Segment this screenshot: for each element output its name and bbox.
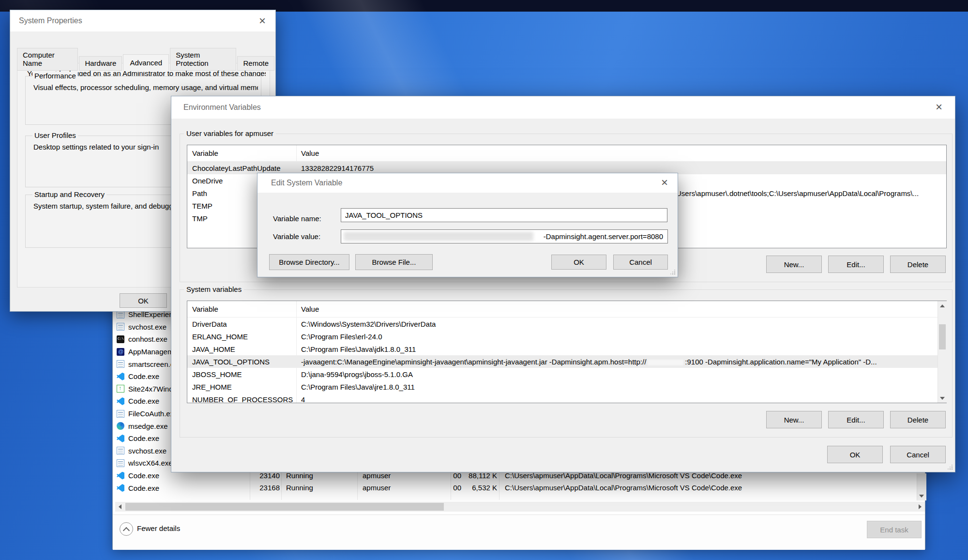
value-cell: 4: [296, 395, 946, 404]
system-table-scrollbar[interactable]: [938, 301, 947, 403]
cancel-button[interactable]: Cancel: [890, 446, 946, 463]
process-name: smartscreen.e: [128, 360, 174, 368]
table-row[interactable]: DriverDataC:\Windows\System32\Drivers\Dr…: [187, 318, 946, 330]
table-row[interactable]: JRE_HOMEC:\Program Files\Java\jre1.8.0_3…: [187, 380, 946, 393]
fewer-details-toggle[interactable]: Fewer details: [137, 524, 180, 532]
tab-advanced[interactable]: Advanced: [123, 54, 169, 71]
desktop: ShellExperiencsvchost.execonhost.exeAppM…: [0, 0, 968, 560]
process-detail-row[interactable]: 23168Runningapmuser006,532 KC:\Users\apm…: [113, 482, 925, 494]
process-mem: 6,532 K: [464, 484, 497, 492]
edit-button[interactable]: Edit...: [828, 411, 884, 428]
ok-button[interactable]: OK: [120, 293, 167, 308]
console-icon: [117, 335, 124, 343]
process-cpu: 00: [446, 471, 461, 480]
system-variables-label: System variables: [184, 285, 244, 293]
tab-remote[interactable]: Remote: [237, 56, 274, 71]
ok-button[interactable]: OK: [551, 255, 606, 270]
redacted-host: [648, 360, 683, 365]
chevron-up-circle-icon[interactable]: [120, 522, 133, 536]
cancel-button[interactable]: Cancel: [613, 255, 668, 270]
variable-cell: JRE_HOME: [187, 383, 296, 391]
scroll-down-icon[interactable]: [938, 394, 947, 403]
close-icon[interactable]: ×: [661, 178, 668, 187]
edit-system-variable-dialog: Edit System Variable × Variable name: JA…: [257, 173, 678, 277]
window-title: Environment Variables: [183, 103, 261, 112]
value-column-header[interactable]: Value: [296, 149, 946, 157]
tab-computer-name[interactable]: Computer Name: [17, 48, 78, 71]
user-variables-buttons: New...Edit...Delete: [766, 256, 946, 273]
value-cell: C:\Program Files\erl-24.0: [296, 333, 946, 341]
process-name: svchost.exe: [128, 447, 166, 455]
process-name: wlsvcX64.exe: [128, 459, 173, 467]
group-description: Visual effects, processor scheduling, me…: [33, 83, 258, 91]
horizontal-scrollbar-thumb[interactable]: [125, 503, 444, 511]
task-manager-footer: Fewer details End task: [113, 515, 925, 550]
process-status: Running: [286, 484, 313, 492]
table-row[interactable]: JBOSS_HOMED:\jana-9594\progs\jboss-5.1.0…: [187, 368, 946, 380]
scroll-up-icon[interactable]: [938, 301, 947, 310]
process-name: msedge.exe: [128, 422, 168, 430]
value-column-header[interactable]: Value: [296, 305, 946, 313]
scrollbar-thumb[interactable]: [939, 324, 946, 349]
process-status: Running: [286, 471, 313, 480]
process-name: AppManageme: [128, 348, 178, 356]
title-bar[interactable]: System Properties: [10, 10, 275, 31]
new-button[interactable]: New...: [766, 256, 822, 273]
variable-column-header[interactable]: Variable: [187, 149, 296, 157]
delete-button[interactable]: Delete: [890, 411, 946, 428]
system-variables-table[interactable]: VariableValueDriverDataC:\Windows\System…: [187, 301, 947, 403]
variable-cell: NUMBER_OF_PROCESSORS: [187, 395, 296, 404]
dialog-title: Edit System Variable: [271, 179, 342, 187]
variable-cell: ERLANG_HOME: [187, 333, 296, 341]
new-button[interactable]: New...: [766, 411, 822, 428]
column-separator: [296, 301, 297, 403]
scroll-right-icon[interactable]: [915, 502, 925, 512]
value-cell: -javaagent:C:\ManageEngine\apminsight-ja…: [296, 358, 946, 366]
variable-name-label: Variable name:: [273, 214, 321, 223]
title-bar[interactable]: Environment Variables: [171, 96, 955, 119]
process-name: FileCoAuth.ex: [128, 409, 174, 418]
table-header[interactable]: VariableValue: [187, 145, 946, 162]
end-task-button[interactable]: End task: [867, 521, 922, 538]
scroll-down-icon[interactable]: [917, 491, 926, 500]
process-name: svchost.exe: [128, 323, 166, 331]
close-icon[interactable]: ×: [259, 16, 266, 26]
vertical-scrollbar[interactable]: [917, 473, 926, 500]
tab-system-protection[interactable]: System Protection: [170, 48, 236, 71]
process-user: apmuser: [363, 471, 391, 480]
process-cpu: 00: [446, 484, 461, 492]
process-name: Code.exe: [128, 372, 159, 380]
redacted-value-blur: [344, 232, 533, 241]
system-variables-buttons: New...Edit...Delete: [766, 411, 946, 428]
ok-button[interactable]: OK: [827, 446, 883, 463]
delete-button[interactable]: Delete: [890, 256, 946, 273]
table-header[interactable]: VariableValue: [187, 301, 946, 318]
window-title: System Properties: [19, 16, 82, 25]
value-cell: 133282822914176775: [296, 164, 946, 172]
resize-grip[interactable]: [670, 269, 675, 274]
variable-value-input[interactable]: -Dapminsight.agent.server.port=8080: [341, 229, 668, 243]
process-name: conhost.exe: [128, 335, 167, 343]
edit-button[interactable]: Edit...: [828, 256, 884, 273]
close-icon[interactable]: ×: [936, 102, 942, 112]
browse-file-button[interactable]: Browse File...: [355, 254, 433, 270]
scroll-left-icon[interactable]: [115, 502, 125, 512]
table-row[interactable]: ERLANG_HOMEC:\Program Files\erl-24.0: [187, 330, 946, 343]
group-label: Startup and Recovery: [32, 190, 106, 198]
variable-cell: JAVA_TOOL_OPTIONS: [187, 358, 296, 366]
table-row[interactable]: JAVA_TOOL_OPTIONS-javaagent:C:\ManageEng…: [187, 355, 946, 368]
browse-directory-button[interactable]: Browse Directory...: [269, 254, 349, 270]
tab-hardware[interactable]: Hardware: [79, 56, 122, 71]
environment-variables-window: Environment Variables × User variables f…: [171, 96, 955, 472]
variable-name-input[interactable]: JAVA_TOOL_OPTIONS: [341, 208, 667, 222]
horizontal-scrollbar[interactable]: [115, 502, 925, 512]
window-icon: [117, 360, 124, 368]
variable-cell: JAVA_HOME: [187, 345, 296, 353]
table-row[interactable]: NUMBER_OF_PROCESSORS4: [187, 393, 946, 403]
variable-column-header[interactable]: Variable: [187, 305, 296, 313]
variable-value-label: Variable value:: [273, 232, 320, 241]
resize-grip[interactable]: [947, 464, 953, 469]
process-name: Code.exe: [128, 397, 159, 405]
title-bar[interactable]: Edit System Variable: [257, 173, 678, 193]
table-row[interactable]: JAVA_HOMEC:\Program Files\Java\jdk1.8.0_…: [187, 343, 946, 355]
